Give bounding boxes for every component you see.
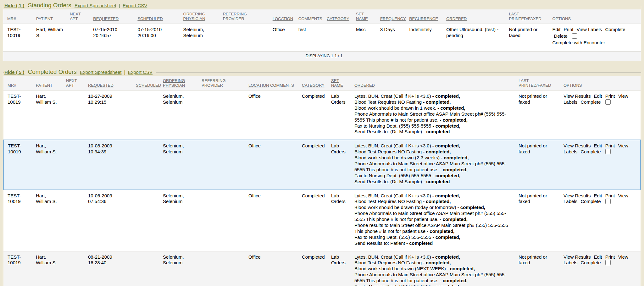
complete-checkbox[interactable]: [605, 199, 611, 204]
edit-link[interactable]: Edit: [594, 93, 602, 99]
cell-text: Office: [248, 254, 267, 260]
complete-checkbox[interactable]: [605, 260, 611, 265]
complete-link[interactable]: Complete: [580, 260, 601, 265]
sort-link-ordering-physician[interactable]: ORDERING PHYSICIAN: [163, 78, 185, 88]
cell-requested: 10-06-2009 07:54:36: [87, 190, 135, 251]
order-status: - completed,: [432, 123, 460, 129]
sort-link-location[interactable]: LOCATION: [273, 16, 293, 21]
sort-link-set-name[interactable]: SET NAME: [331, 78, 343, 88]
order-status: - completed,: [432, 234, 460, 240]
delete-link[interactable]: Delete: [554, 33, 568, 39]
ordered-item: Lytes, BUN, Creat (Call if K+ is <3.0) -…: [354, 143, 515, 149]
column-header-ordered: ORDERED: [354, 76, 518, 91]
standing-orders-hide-toggle[interactable]: Hide ( 1 ): [4, 3, 24, 8]
complete-link[interactable]: Complete: [580, 199, 601, 204]
sort-link-scheduled[interactable]: SCHEDULED: [136, 83, 161, 88]
completed-orders-hide-toggle[interactable]: Hide ( 5 ): [4, 69, 24, 75]
order-status: - completed,: [440, 278, 468, 283]
standing-orders-export-spreadsheet-link[interactable]: Export Spreadsheet: [75, 3, 116, 8]
legend-separator: |: [124, 69, 125, 75]
cell-text: Hart, William S.: [36, 27, 65, 39]
cell-text: Hart, William S.: [36, 193, 61, 205]
ordered-item: Fax to Nursing Dept. (555) 555-5555 - co…: [354, 173, 515, 179]
view-results-link[interactable]: View Results: [564, 193, 591, 198]
ordered-item: Phone Abnormals to Main Street office AS…: [354, 211, 515, 223]
edit-link[interactable]: Edit: [594, 143, 602, 148]
cell-text: TEST-10019: [7, 27, 33, 39]
cell-text: Misc: [356, 27, 377, 33]
print-link[interactable]: Print: [564, 27, 574, 32]
view-labels-link[interactable]: View Labels: [577, 27, 602, 32]
print-link[interactable]: Print: [605, 254, 615, 260]
sort-link-ordering-physician[interactable]: ORDERING PHYSICIAN: [183, 12, 205, 21]
complete-link[interactable]: Complete: [580, 149, 601, 154]
edit-link[interactable]: Edit: [594, 193, 602, 198]
order-status: - completed,: [423, 199, 451, 204]
complete-link[interactable]: Complete: [605, 27, 625, 32]
sort-link-recurrence[interactable]: RECURRENCE: [409, 16, 438, 21]
cell-location: Office: [272, 24, 298, 52]
completed-orders-export-csv-link[interactable]: Export CSV: [128, 69, 153, 75]
cell-recurrence: Indefinitely: [408, 24, 446, 52]
view-results-link[interactable]: View Results: [564, 143, 591, 148]
cell-text: Selenium, Selenium: [183, 27, 220, 39]
order-options: View Results Edit Print View Labels Comp…: [564, 254, 638, 266]
view-results-link[interactable]: View Results: [564, 93, 591, 99]
cell-text: Hart, William S.: [36, 93, 61, 105]
delete-checkbox[interactable]: [572, 33, 577, 39]
completed-orders-export-spreadsheet-link[interactable]: Export Spreadsheet: [80, 69, 122, 75]
cell-text: 10-06-2009 07:54:36: [88, 193, 119, 205]
complete-with-encounter-link[interactable]: Complete with Encounter: [552, 40, 605, 45]
cell-text: test: [298, 27, 324, 33]
column-header-comments: COMMENTS: [298, 9, 326, 24]
cell-text: Lab Orders: [331, 143, 351, 155]
cell-mr: TEST-10019: [3, 140, 35, 190]
complete-checkbox[interactable]: [605, 149, 611, 154]
order-status: - completed: [423, 129, 450, 134]
ordered-item: Send Results to: (Dr. M Sample) - comple…: [354, 179, 515, 185]
cell-ordered: Lytes, BUN, Creat (Call if K+ is <3.0) -…: [354, 91, 518, 140]
order-status: - completed,: [423, 149, 451, 154]
sort-link-category[interactable]: CATEGORY: [302, 83, 325, 88]
column-header-patient: PATIENT: [36, 9, 69, 24]
sort-link-ordered[interactable]: ORDERED: [354, 83, 375, 88]
edit-link[interactable]: Edit: [552, 27, 561, 32]
cell-text: Lab Orders: [331, 193, 351, 205]
pagination-row: DISPLAYING 1-1 / 1: [3, 51, 641, 61]
cell-text: TEST-10019: [8, 193, 33, 205]
view-results-link[interactable]: View Results: [564, 254, 591, 260]
edit-link[interactable]: Edit: [594, 254, 602, 260]
cell-text: Completed: [302, 254, 328, 260]
column-header-location: LOCATION: [272, 9, 298, 24]
column-header-recurrence: RECURRENCE: [408, 9, 446, 24]
cell-text: Lab Orders: [331, 254, 351, 266]
standing-orders-title: Standing Orders: [28, 2, 71, 8]
complete-checkbox[interactable]: [605, 99, 611, 105]
column-header-next-apt: NEXT APT: [65, 76, 87, 91]
sort-link-scheduled[interactable]: SCHEDULED: [137, 16, 163, 21]
sort-link-requested[interactable]: REQUESTED: [88, 83, 114, 88]
order-status: - completed,: [437, 105, 465, 111]
cell-referring-provider: [201, 91, 248, 140]
print-link[interactable]: Print: [605, 93, 615, 99]
print-link[interactable]: Print: [605, 143, 615, 148]
cell-category: [326, 24, 355, 52]
complete-link[interactable]: Complete: [580, 99, 601, 105]
sort-link-ordered[interactable]: ORDERED: [446, 16, 467, 21]
column-header-next-apt: NEXT APT: [69, 9, 92, 24]
sort-link-category[interactable]: CATEGORY: [327, 16, 349, 21]
column-header-requested: REQUESTED: [92, 9, 137, 24]
ordered-item: Fax to Nursing Dept. (555) 555-5555 - co…: [354, 284, 515, 286]
header-row: MR#PATIENTNEXT APTREQUESTEDSCHEDULEDORDE…: [3, 76, 641, 91]
print-link[interactable]: Print: [605, 193, 615, 198]
sort-link-requested[interactable]: REQUESTED: [93, 16, 119, 21]
cell-location: Office: [248, 251, 269, 286]
sort-link-frequency[interactable]: FREQUENCY: [380, 16, 406, 21]
sort-link-location[interactable]: LOCATION: [248, 83, 269, 88]
cell-text: TEST-10019: [8, 143, 33, 155]
cell-ordering-physician: Selenium, Selenium: [162, 140, 201, 190]
sort-link-set-name[interactable]: SET NAME: [356, 12, 368, 21]
cell-scheduled: [135, 140, 162, 190]
standing-orders-export-csv-link[interactable]: Export CSV: [123, 3, 147, 8]
cell-mr: TEST-10019: [3, 251, 35, 286]
